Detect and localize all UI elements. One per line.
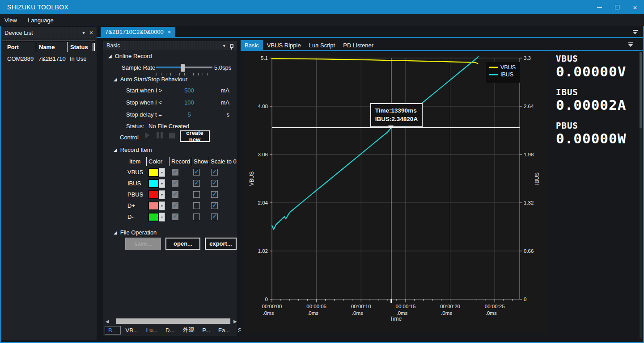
show-checkbox[interactable] <box>193 213 200 220</box>
readout-vbus: VBUS0.00000V <box>556 54 641 79</box>
scroll-left-icon[interactable]: ◀ <box>106 319 109 324</box>
record-item-section[interactable]: ◢ Record Item <box>114 146 152 153</box>
param-unit: mA <box>221 99 230 106</box>
record-checkbox[interactable] <box>172 213 178 220</box>
app-window: SHIZUKU TOOLBOX × ViewLanguage Device Li… <box>0 0 644 343</box>
divider <box>192 157 192 166</box>
divider <box>2 41 95 41</box>
window-title: SHIZUKU TOOLBOX <box>0 4 68 11</box>
color-swatch[interactable] <box>148 168 159 177</box>
chart-tab-basic[interactable]: Basic <box>241 40 263 50</box>
scale-checkbox[interactable] <box>211 180 218 187</box>
chart-tab-vbus-ripple[interactable]: VBUS Ripple <box>263 40 305 50</box>
device-port: COM2889 <box>2 53 36 64</box>
horizontal-scrollbar[interactable]: ◀ ▶ <box>106 318 233 325</box>
panel-close-icon[interactable]: × <box>89 29 93 36</box>
panel-tab-Lu[interactable]: Lu... <box>143 326 161 334</box>
record-item-label: Record Item <box>120 146 152 153</box>
open-button[interactable]: open... <box>165 238 200 250</box>
record-col-color: Color <box>148 158 162 165</box>
vertical-scrollbar[interactable] <box>640 52 642 339</box>
file-operation-section[interactable]: ◢ File Operation <box>114 229 157 236</box>
scale-checkbox[interactable] <box>211 191 218 198</box>
x-axis-title: Time <box>390 316 402 322</box>
scroll-right-icon[interactable]: ▶ <box>233 319 237 324</box>
color-dropdown-icon[interactable]: ▾ <box>159 179 165 188</box>
scrollbar-thumb[interactable] <box>116 318 230 324</box>
device-column-name[interactable]: Name <box>36 42 67 52</box>
panel-tab-外观[interactable]: 外观 <box>179 326 197 335</box>
maximize-button[interactable] <box>608 0 626 14</box>
color-swatch[interactable] <box>148 179 159 188</box>
show-checkbox[interactable] <box>193 191 200 198</box>
show-checkbox[interactable] <box>193 180 200 187</box>
param-value-input[interactable]: 5 <box>176 111 203 118</box>
export-button[interactable]: export... <box>205 238 237 250</box>
chart-tab-lua-script[interactable]: Lua Script <box>305 40 339 50</box>
device-row[interactable]: COM28897&2B1710In Use <box>2 53 96 64</box>
scale-checkbox[interactable] <box>211 169 218 176</box>
sample-rate-slider[interactable] <box>156 64 212 72</box>
save-button: save... <box>125 238 161 250</box>
panel-tab-P[interactable]: P... <box>199 326 213 334</box>
show-checkbox[interactable] <box>193 202 200 209</box>
tab-close-icon[interactable]: × <box>168 29 171 35</box>
menu-item-language[interactable]: Language <box>22 14 59 26</box>
auto-behaviour-section[interactable]: ◢ Auto Start/Stop Behaviour <box>114 76 187 83</box>
record-checkbox[interactable] <box>172 180 178 187</box>
device-column-port[interactable]: Port <box>2 42 36 52</box>
color-dropdown-icon[interactable]: ▾ <box>159 213 165 222</box>
y-tick-label: 2.04 <box>258 200 268 205</box>
chevron-down-icon[interactable]: ▾ <box>223 43 225 49</box>
record-col-record: Record <box>171 158 190 165</box>
stop-icon[interactable] <box>169 133 175 138</box>
device-list-panel: Device List ▾ × PortNameStatus COM28897&… <box>1 27 97 340</box>
device-column-status[interactable]: Status <box>67 42 93 52</box>
create-new-button[interactable]: create new <box>180 130 210 142</box>
scrollbar-indicator[interactable] <box>93 43 95 51</box>
color-dropdown-icon[interactable]: ▾ <box>159 168 165 177</box>
show-checkbox[interactable] <box>193 169 200 176</box>
close-icon: × <box>633 4 637 11</box>
record-checkbox[interactable] <box>172 202 178 209</box>
online-record-section[interactable]: ◢ Online Record <box>108 53 152 59</box>
color-swatch[interactable] <box>148 213 159 222</box>
panel-tab-B[interactable]: B... <box>105 326 121 335</box>
panel-tab-VB[interactable]: VB... <box>123 326 141 334</box>
panel-tab-D[interactable]: D... <box>162 326 178 334</box>
scrollbar-track[interactable] <box>115 318 231 324</box>
param-label: Stop delay t = <box>126 111 162 118</box>
color-dropdown-icon[interactable]: ▾ <box>159 201 165 210</box>
param-label: Start when I > <box>126 87 162 94</box>
basic-settings-panel: Basic ▾ ◢ Online Record Sample Rate 5.0s… <box>103 41 237 336</box>
color-dropdown-icon[interactable]: ▾ <box>159 190 165 199</box>
play-icon[interactable] <box>145 132 150 138</box>
minimize-button[interactable] <box>590 0 608 14</box>
color-swatch[interactable] <box>148 201 159 210</box>
param-value-input[interactable]: 500 <box>176 87 203 94</box>
record-checkbox[interactable] <box>172 169 178 176</box>
scrollbar-thumb[interactable] <box>640 52 642 128</box>
menu-item-view[interactable]: View <box>0 14 22 26</box>
pin-icon[interactable] <box>230 44 233 48</box>
param-value-input[interactable]: 100 <box>176 99 203 106</box>
panel-tab-Fa[interactable]: Fa... <box>215 326 233 334</box>
scale-checkbox[interactable] <box>211 202 218 209</box>
device-table-header: PortNameStatus <box>2 42 93 52</box>
tab-overflow-icon[interactable] <box>633 30 638 34</box>
color-swatch[interactable] <box>148 190 159 199</box>
chart-overflow-icon[interactable] <box>628 42 633 47</box>
pause-icon[interactable] <box>157 132 163 138</box>
status-value: No File Created <box>148 123 189 130</box>
measurement-chart[interactable]: 00:00:00.0ms00:00:05.0ms00:00:10.0ms00:0… <box>244 53 547 333</box>
close-button[interactable]: × <box>626 0 644 14</box>
scale-checkbox[interactable] <box>211 213 218 220</box>
device-list-title: Device List <box>4 29 33 36</box>
device-name: 7&2B1710 <box>36 53 67 64</box>
slider-handle[interactable] <box>181 64 185 72</box>
chart-tab-pd-listener[interactable]: PD Listener <box>339 40 377 50</box>
record-checkbox[interactable] <box>172 191 178 198</box>
divider <box>209 157 209 166</box>
document-tab[interactable]: 7&2B1710C2&0&0000 × <box>101 27 175 37</box>
chevron-down-icon[interactable]: ▾ <box>82 30 85 36</box>
